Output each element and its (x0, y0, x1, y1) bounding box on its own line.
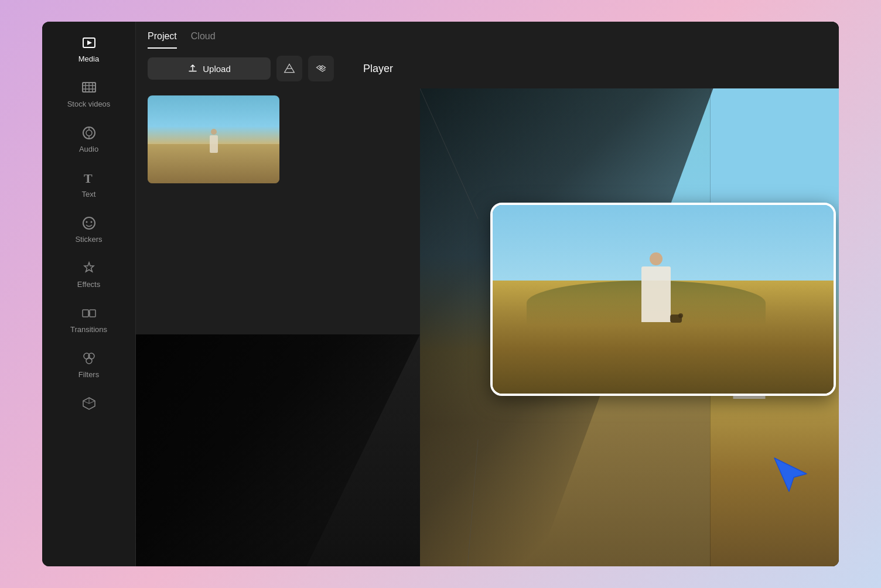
sidebar: Media Stock videos (42, 22, 136, 566)
left-panel (136, 88, 420, 566)
media-area (136, 88, 420, 334)
sidebar-item-text[interactable]: T Text (48, 163, 130, 206)
sidebar-item-transitions[interactable]: Transitions (48, 298, 130, 341)
svg-rect-17 (83, 310, 88, 317)
zoom-popup-bg (493, 205, 834, 394)
sidebar-item-transitions-label: Transitions (70, 325, 107, 334)
sidebar-item-media-label: Media (78, 54, 99, 63)
svg-point-23 (86, 358, 92, 364)
transitions-icon (81, 305, 97, 322)
svg-rect-18 (90, 310, 95, 317)
player-bg (420, 88, 839, 566)
right-panel (420, 88, 839, 566)
sidebar-item-stock-videos-label: Stock videos (67, 100, 111, 108)
upload-button[interactable]: Upload (148, 57, 271, 80)
top-panel: Project Cloud Upload (136, 22, 839, 88)
svg-point-16 (90, 221, 92, 223)
stickers-icon (81, 215, 97, 231)
effects-icon (81, 260, 97, 276)
tab-project[interactable]: Project (148, 31, 177, 49)
svg-marker-30 (774, 458, 807, 491)
svg-point-10 (86, 130, 92, 136)
beach-thumbnail-bg (148, 95, 279, 183)
sidebar-item-3d[interactable] (48, 388, 130, 419)
sidebar-item-effects[interactable]: Effects (48, 253, 130, 296)
google-drive-button[interactable] (276, 56, 302, 81)
tab-cloud[interactable]: Cloud (191, 31, 216, 49)
popup-woman (641, 252, 671, 322)
sidebar-item-stock-videos[interactable]: Stock videos (48, 73, 130, 115)
dropbox-button[interactable] (308, 56, 334, 81)
svg-point-15 (86, 221, 87, 223)
sidebar-item-media[interactable]: Media (48, 28, 130, 70)
upload-icon (187, 63, 198, 74)
google-drive-icon (284, 63, 295, 74)
media-icon (81, 35, 97, 51)
player-label: Player (363, 63, 393, 75)
audio-icon (81, 125, 97, 141)
main-content: Project Cloud Upload (136, 22, 839, 566)
text-icon: T (81, 170, 97, 186)
sidebar-item-text-label: Text (82, 190, 96, 199)
dropbox-icon (315, 63, 327, 74)
sidebar-item-audio[interactable]: Audio (48, 118, 130, 160)
svg-marker-1 (87, 40, 92, 45)
popup-dog (670, 314, 682, 327)
tabs-row: Project Cloud (136, 22, 839, 49)
filters-icon (81, 350, 97, 367)
toolbar-row: Upload Player (136, 49, 839, 88)
woman-silhouette (210, 129, 218, 153)
content-layout (136, 88, 839, 566)
sidebar-item-stickers[interactable]: Stickers (48, 208, 130, 251)
media-thumbnail[interactable] (148, 95, 279, 183)
dark-perspective (136, 334, 420, 566)
upload-label: Upload (203, 64, 231, 74)
svg-text:T: T (84, 171, 93, 186)
sidebar-item-audio-label: Audio (79, 145, 98, 153)
app-window: Media Stock videos (42, 22, 839, 566)
sidebar-item-filters[interactable]: Filters (48, 343, 130, 386)
left-panel-dark-area (136, 334, 420, 566)
3d-icon (81, 395, 97, 412)
svg-line-25 (83, 401, 89, 404)
svg-point-14 (83, 217, 95, 229)
stock-videos-icon (81, 80, 97, 96)
svg-line-26 (89, 401, 95, 404)
sidebar-item-stickers-label: Stickers (75, 235, 102, 244)
sidebar-item-effects-label: Effects (77, 280, 101, 289)
sidebar-item-filters-label: Filters (78, 370, 99, 379)
zoom-popup (490, 203, 836, 396)
